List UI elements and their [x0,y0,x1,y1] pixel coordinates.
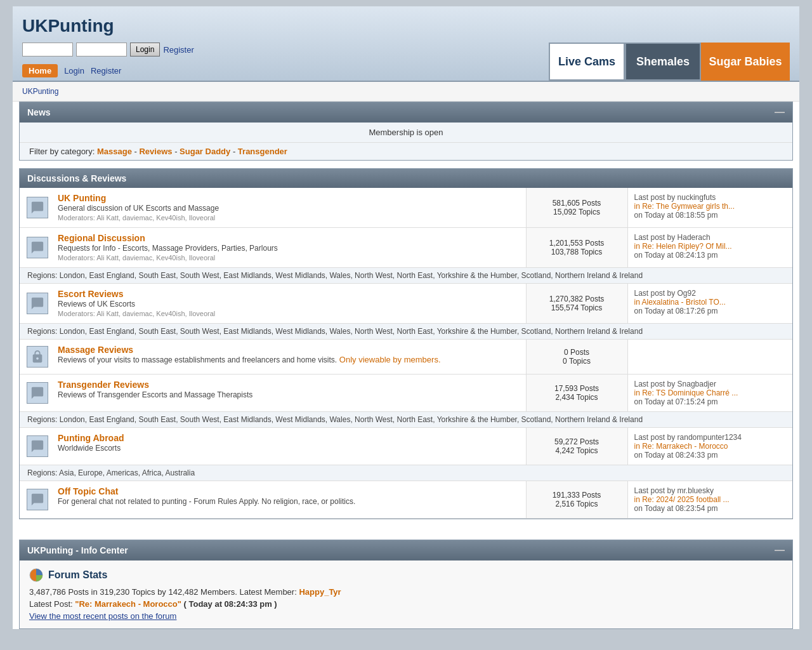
members-only-link[interactable]: Only viewable by members. [339,355,441,364]
forum-posts-regional: 1,201,553 Posts [530,239,624,248]
info-title: UKPunting - Info Center [27,545,128,555]
info-section-header: UKPunting - Info Center — [20,540,792,560]
breadcrumb-link[interactable]: UKPunting [22,87,58,96]
lastpost-link-off-topic[interactable]: in Re: 2024/ 2025 football ... [634,495,730,504]
forum-link-transgender-reviews[interactable]: Transgender Reviews [58,380,149,390]
forum-posts-massage-reviews: 0 Posts [530,348,624,357]
forum-desc-off-topic: For general chat not related to punting … [58,497,355,506]
lastpost-by-regional: Last post by Haderach [634,233,787,242]
forum-lastpost-punting-abroad: Last post by randompunter1234 in Re: Mar… [627,428,792,465]
lastpost-link-regional[interactable]: in Re: Helen Ripley? Of Mil... [634,242,732,251]
forum-icon-cell [20,481,55,519]
forum-name-cell-punting-abroad: Punting Abroad Worldwide Escorts [55,428,526,465]
forum-topics-punting-abroad: 4,242 Topics [530,446,624,455]
latest-post-time: ( Today at 08:24:33 pm ) [184,599,277,609]
home-button[interactable]: Home [22,64,58,77]
forum-posts-transgender-reviews: 17,593 Posts [530,384,624,393]
forum-link-regional[interactable]: Regional Discussion [58,233,145,243]
forum-posts-off-topic: 191,333 Posts [530,491,624,500]
forum-name-cell-regional: Regional Discussion Requests for Info - … [55,228,526,268]
news-section-header: News — [20,102,792,123]
forum-link-uk-punting[interactable]: UK Punting [58,193,106,203]
lastpost-time-punting-abroad: on Today at 08:24:33 pm [634,451,787,460]
lastpost-time-escort-reviews: on Today at 08:17:26 pm [634,307,787,315]
forum-stats-title: Forum Stats [29,568,783,582]
forum-stats-massage-reviews: 0 Posts 0 Topics [526,340,627,375]
filter-reviews[interactable]: Reviews [139,147,172,156]
latest-post-link[interactable]: "Re: Marrakech - Morocco" [75,599,181,609]
forum-icon-cell [20,188,55,228]
table-row: Punting Abroad Worldwide Escorts 59,272 … [20,428,792,465]
forum-link-punting-abroad[interactable]: Punting Abroad [58,433,124,443]
forum-lastpost-escort-reviews: Last post by Og92 in Alexalatina - Brist… [627,284,792,324]
table-row: Regions: Asia, Europe, Americas, Africa,… [20,465,792,481]
live-cams-banner[interactable]: Live Cams [549,43,625,81]
forum-lastpost-uk-punting: Last post by nuckingfuts in Re: The Gymw… [627,188,792,228]
lastpost-time-transgender-reviews: on Today at 07:15:24 pm [634,397,787,406]
forum-name-cell-massage-reviews: Massage Reviews Reviews of your visits t… [55,340,526,375]
filter-transgender[interactable]: Transgender [238,147,287,156]
info-collapse-icon[interactable]: — [775,545,785,556]
forum-desc-escort-reviews: Reviews of UK Escorts [58,300,135,308]
forum-mods-uk-punting: Moderators: Ali Katt, daviemac, Kev40ish… [58,214,215,222]
lastpost-link-uk-punting[interactable]: in Re: The Gymwear girls th... [634,202,735,211]
discussions-title: Discussions & Reviews [27,173,126,183]
forum-table: UK Punting General discussion of UK Esco… [20,188,792,519]
shemales-banner[interactable]: Shemales [625,43,701,81]
lastpost-link-punting-abroad[interactable]: in Re: Marrakech - Morocco [634,442,728,451]
sugar-babies-banner[interactable]: Sugar Babies [701,43,790,81]
lastpost-link-escort-reviews[interactable]: in Alexalatina - Bristol TO... [634,298,726,307]
forum-desc-uk-punting: General discussion of UK Escorts and Mas… [58,204,219,213]
latest-member-link[interactable]: Happy_Tyr [299,587,341,597]
forum-icon [27,346,48,368]
forum-mods-regional: Moderators: Ali Katt, daviemac, Kev40ish… [58,254,215,262]
forum-posts-punting-abroad: 59,272 Posts [530,437,624,446]
latest-post-label: Latest Post: [29,599,73,609]
filter-sep2: - [174,147,180,156]
filter-label: Filter by category: [29,147,95,156]
view-recent-link[interactable]: View the most recent posts on the forum [29,611,176,621]
nav-login[interactable]: Login [64,66,84,76]
forum-topics-regional: 103,788 Topics [530,248,624,256]
forum-link-massage-reviews[interactable]: Massage Reviews [58,345,133,355]
forum-name-cell-transgender-reviews: Transgender Reviews Reviews of Transgend… [55,375,526,412]
lastpost-by-transgender-reviews: Last post by Snagbadjer [634,380,787,388]
nav-register[interactable]: Register [91,66,121,76]
lastpost-link-transgender-reviews[interactable]: in Re: TS Dominique Charré ... [634,388,738,397]
forum-link-off-topic[interactable]: Off Topic Chat [58,486,118,496]
forum-desc-transgender-reviews: Reviews of Transgender Escorts and Massa… [58,390,252,399]
forum-link-escort-reviews[interactable]: Escort Reviews [58,289,124,299]
region-cell-regional: Regions: London, East England, South Eas… [20,268,792,284]
table-row: Regions: London, East England, South Eas… [20,412,792,428]
forum-icon-cell [20,428,55,465]
discussions-section-header: Discussions & Reviews [20,169,792,188]
table-row: Transgender Reviews Reviews of Transgend… [20,375,792,412]
forum-stats-transgender-reviews: 17,593 Posts 2,434 Topics [526,375,627,412]
forum-mods-escort-reviews: Moderators: Ali Katt, daviemac, Kev40ish… [58,310,215,317]
password-input[interactable] [76,43,127,56]
register-link-top[interactable]: Register [163,45,193,55]
forum-stats-regional: 1,201,553 Posts 103,788 Topics [526,228,627,268]
filter-sugar-daddy[interactable]: Sugar Daddy [180,147,230,156]
filter-bar: Filter by category: Massage - Reviews - … [20,142,792,160]
forum-icon-cell [20,228,55,268]
login-button[interactable]: Login [130,43,160,56]
forum-icon [27,237,48,258]
lastpost-by-uk-punting: Last post by nuckingfuts [634,193,787,202]
forum-desc-punting-abroad: Worldwide Escorts [58,444,121,453]
forum-posts-escort-reviews: 1,270,382 Posts [530,295,624,303]
news-collapse-icon[interactable]: — [775,107,785,118]
forum-topics-massage-reviews: 0 Topics [530,357,624,366]
forum-posts-uk-punting: 581,605 Posts [530,199,624,208]
username-input[interactable] [22,43,73,56]
forum-stats-heading: Forum Stats [48,569,107,581]
lastpost-by-escort-reviews: Last post by Og92 [634,289,787,298]
table-row: Off Topic Chat For general chat not rela… [20,481,792,519]
table-row: Regional Discussion Requests for Info - … [20,228,792,268]
stats-text: 3,487,786 Posts in 319,230 Topics by 142… [29,587,783,597]
region-cell-transgender-reviews: Regions: London, East England, South Eas… [20,412,792,428]
forum-stats-punting-abroad: 59,272 Posts 4,242 Topics [526,428,627,465]
filter-massage[interactable]: Massage [97,147,132,156]
forum-lastpost-massage-reviews [627,340,792,375]
forum-stats-uk-punting: 581,605 Posts 15,092 Topics [526,188,627,228]
